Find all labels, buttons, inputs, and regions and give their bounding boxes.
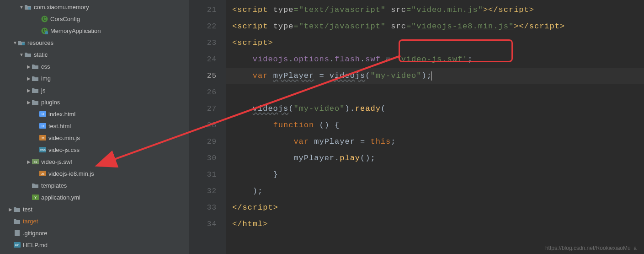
tree-item-memoryapplication[interactable]: CMemoryApplication	[0, 25, 189, 37]
folder-icon	[31, 182, 39, 189]
line-number: 31	[189, 167, 217, 183]
code-line-31[interactable]: }	[226, 167, 644, 183]
folder-icon	[13, 217, 21, 225]
code-line-34[interactable]: </html>	[226, 216, 644, 232]
html-icon: H	[38, 110, 47, 118]
tree-item-img[interactable]: ▶img	[0, 72, 189, 84]
folder-icon	[31, 63, 39, 70]
expand-arrow-icon[interactable]: ▼	[13, 40, 17, 45]
svg-text:MD: MD	[15, 244, 19, 247]
tree-item-label: test	[23, 206, 32, 213]
code-line-22[interactable]: <script type="text/javascript" src="vide…	[226, 18, 644, 35]
tree-item-video-min-js[interactable]: JSvideo.min.js	[0, 132, 189, 144]
swf-icon: 01	[31, 158, 39, 165]
svg-point-0	[28, 7, 31, 10]
line-number-gutter: 2122232425262728293031323334	[189, 0, 226, 254]
tree-item-video-js-swf[interactable]: ▶01video-js.swf	[0, 156, 189, 168]
line-number: 24	[189, 51, 217, 68]
expand-arrow-icon[interactable]: ▼	[19, 52, 24, 57]
tree-item-corsconfig[interactable]: CCorsConfig	[0, 13, 189, 25]
code-line-32[interactable]: );	[226, 183, 644, 200]
line-number: 23	[189, 35, 217, 51]
tree-item-label: resources	[27, 39, 53, 46]
html-icon: H	[38, 122, 47, 130]
expand-arrow-icon[interactable]: ▶	[8, 207, 13, 212]
tree-item-label: video-js.swf	[41, 158, 72, 165]
line-number: 27	[189, 101, 217, 117]
css-icon: CSS	[38, 146, 47, 153]
tree-item-label: css	[41, 63, 50, 70]
line-number: 28	[189, 117, 217, 134]
text-cursor	[431, 71, 432, 81]
tree-item-application-yml[interactable]: Yapplication.yml	[0, 191, 189, 203]
code-line-30[interactable]: myPlayer.play();	[226, 150, 644, 167]
tree-item-label: CorsConfig	[50, 16, 80, 22]
class-g-icon: C	[40, 27, 48, 34]
tree-item-label: js	[41, 87, 45, 94]
code-line-24[interactable]: videojs.options.flash.swf = 'video-js.sw…	[226, 51, 644, 68]
tree-item-label: img	[41, 75, 51, 82]
svg-text:JS: JS	[41, 173, 44, 175]
svg-text:C: C	[43, 16, 46, 22]
line-number: 25	[189, 68, 217, 84]
tree-item-test-html[interactable]: Htest.html	[0, 120, 189, 132]
js-icon: JS	[38, 134, 47, 141]
tree-item-plugins[interactable]: ▶plugins	[0, 96, 189, 108]
expand-arrow-icon[interactable]: ▶	[27, 76, 31, 81]
line-number: 30	[189, 150, 217, 167]
tree-item-css[interactable]: ▶css	[0, 60, 189, 72]
code-line-33[interactable]: </script>	[226, 200, 644, 216]
code-line-28[interactable]: function () {	[226, 117, 644, 134]
svg-text:01: 01	[34, 161, 37, 163]
tree-item-test[interactable]: ▶test	[0, 203, 189, 215]
code-line-23[interactable]: <script>	[226, 35, 644, 51]
pkg-icon	[24, 3, 32, 11]
tree-item-label: templates	[41, 182, 67, 189]
svg-text:Y: Y	[34, 196, 37, 199]
line-number: 29	[189, 134, 217, 150]
code-line-29[interactable]: var myPlayer = this;	[226, 134, 644, 150]
folder-icon	[13, 205, 21, 213]
project-tree[interactable]: ▼com.xiaomu.memoryCCorsConfigCMemoryAppl…	[0, 0, 189, 254]
svg-text:CSS: CSS	[40, 149, 45, 151]
tree-item-label: target	[23, 218, 38, 225]
tree-item-label: static	[34, 51, 48, 58]
expand-arrow-icon[interactable]: ▶	[27, 100, 31, 105]
tree-item-resources[interactable]: ▼resources	[0, 37, 189, 49]
folder-icon	[31, 86, 39, 94]
svg-text:JS: JS	[41, 137, 44, 140]
expand-arrow-icon[interactable]: ▶	[27, 64, 31, 69]
code-editor[interactable]: <script type="text/javascript" src="vide…	[226, 0, 644, 254]
tree-item-label: .gitignore	[23, 230, 47, 237]
tree-item-label: video-js.css	[48, 146, 80, 153]
tree-item-target[interactable]: target	[0, 215, 189, 227]
tree-item-video-js-css[interactable]: CSSvideo-js.css	[0, 144, 189, 156]
file-icon	[13, 229, 21, 237]
tree-item-static[interactable]: ▼static	[0, 49, 189, 60]
tree-item-help-md[interactable]: MDHELP.md	[0, 239, 189, 251]
expand-arrow-icon[interactable]: ▼	[19, 5, 24, 10]
tree-item-templates[interactable]: templates	[0, 179, 189, 191]
svg-text:H: H	[41, 124, 43, 128]
expand-arrow-icon[interactable]: ▶	[27, 88, 31, 93]
expand-arrow-icon[interactable]: ▶	[27, 159, 31, 164]
md-icon: MD	[13, 241, 21, 249]
tree-item-index-html[interactable]: Hindex.html	[0, 108, 189, 120]
line-number: 34	[189, 216, 217, 232]
class-c-icon: C	[40, 15, 48, 22]
line-number: 26	[189, 84, 217, 101]
tree-item-com-xiaomu-memory[interactable]: ▼com.xiaomu.memory	[0, 1, 189, 13]
tree-item-js[interactable]: ▶js	[0, 84, 189, 96]
svg-text:H: H	[41, 113, 43, 116]
tree-item-label: video.min.js	[48, 135, 80, 141]
tree-item-label: test.html	[48, 123, 71, 130]
tree-item-videojs-ie8-min-js[interactable]: JSvideojs-ie8.min.js	[0, 168, 189, 179]
tree-item-label: index.html	[48, 111, 75, 118]
tree-item--gitignore[interactable]: .gitignore	[0, 227, 189, 239]
watermark: https://blog.csdn.net/RookiexiaoMu_a	[545, 245, 637, 251]
code-line-21[interactable]: <script type="text/javascript" src="vide…	[226, 2, 644, 18]
code-line-27[interactable]: videojs("my-video").ready(	[226, 101, 644, 117]
code-line-26[interactable]	[226, 84, 644, 101]
js-icon: JS	[38, 170, 47, 177]
code-line-25[interactable]: var myPlayer = videojs("my-video");	[226, 68, 644, 84]
